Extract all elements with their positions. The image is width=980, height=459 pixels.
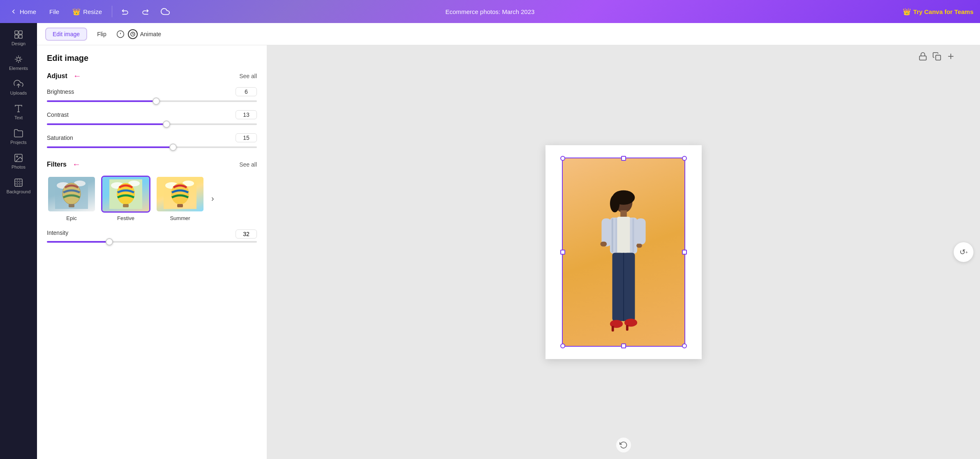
epic-balloon-icon	[55, 179, 88, 209]
back-button[interactable]: Home	[7, 6, 39, 17]
svg-rect-59	[612, 253, 623, 321]
canvas-page	[545, 145, 702, 359]
filter-thumb-inner-festive	[102, 177, 149, 211]
home-label: Home	[20, 8, 36, 15]
crown-icon: 👑	[903, 8, 911, 16]
filter-label-epic: Epic	[66, 215, 76, 221]
main-layout: Design Elements Uploads	[0, 23, 980, 459]
topbar-left: Home File 👑 Resize	[7, 5, 172, 18]
intensity-label: Intensity	[47, 230, 68, 239]
sidebar-item-design[interactable]: Design	[3, 26, 34, 49]
topbar-right: 👑 Try Canva for Teams	[903, 8, 973, 16]
animate-button[interactable]: Animate	[128, 29, 161, 39]
svg-rect-47	[616, 218, 617, 253]
elements-icon	[14, 54, 23, 64]
sidebar-item-projects[interactable]: Projects	[3, 125, 34, 148]
intensity-row: Intensity	[47, 230, 257, 243]
adjust-section-header: Adjust ← See all	[47, 71, 257, 81]
flip-button[interactable]: Flip	[90, 28, 113, 40]
filter-item-summer[interactable]: Summer	[155, 176, 205, 221]
sidebar-item-photos[interactable]: Photos	[3, 150, 34, 173]
brightness-slider-track	[47, 100, 257, 102]
handle-top-left[interactable]	[560, 156, 565, 161]
redo-button[interactable]	[139, 6, 152, 17]
sidebar-item-text[interactable]: Text	[3, 100, 34, 123]
brightness-thumb[interactable]	[153, 97, 160, 105]
edit-image-button[interactable]: Edit image	[45, 28, 87, 41]
filter-item-festive[interactable]: Festive	[101, 176, 150, 221]
try-canva-button[interactable]: 👑 Try Canva for Teams	[903, 8, 973, 16]
resize-button[interactable]: 👑 Resize	[69, 6, 105, 17]
image-toolbar: Edit image Flip Animate	[37, 23, 980, 45]
brightness-row: Brightness	[47, 87, 257, 104]
svg-rect-55	[600, 242, 607, 247]
handle-bottom-right[interactable]	[682, 343, 687, 348]
sidebar-item-elements[interactable]: Elements	[3, 51, 34, 74]
contrast-input[interactable]	[236, 110, 257, 119]
svg-rect-52	[617, 217, 630, 254]
handle-bottom-center[interactable]	[621, 343, 626, 348]
filters-arrow-icon: ←	[72, 160, 81, 169]
projects-icon	[14, 128, 23, 138]
document-title: Ecommerce photos: March 2023	[446, 8, 535, 15]
content-area: Edit image Flip Animate Edit image	[37, 23, 980, 459]
svg-rect-31	[123, 204, 129, 207]
sidebar-item-background[interactable]: Background	[3, 174, 34, 197]
adjust-see-all-button[interactable]: See all	[239, 73, 257, 79]
brightness-label-row: Brightness	[47, 87, 257, 96]
try-canva-label: Try Canva for Teams	[913, 8, 973, 15]
cloud-save-button[interactable]	[158, 5, 172, 18]
contrast-thumb[interactable]	[163, 121, 170, 128]
magic-edit-button[interactable]: ↺+	[954, 242, 973, 262]
sidebar-label-background: Background	[7, 189, 31, 194]
intensity-input[interactable]	[236, 230, 257, 239]
filters-see-all-button[interactable]: See all	[239, 161, 257, 168]
handle-top-right[interactable]	[682, 156, 687, 161]
contrast-fill	[47, 123, 166, 125]
handle-middle-right[interactable]	[682, 250, 687, 255]
svg-point-9	[16, 156, 18, 157]
sidebar: Design Elements Uploads	[0, 23, 37, 459]
brightness-label: Brightness	[47, 88, 74, 95]
background-icon	[14, 178, 23, 188]
canvas-content: ↺+	[267, 45, 980, 459]
resize-label: Resize	[83, 8, 102, 15]
info-button[interactable]	[116, 30, 125, 38]
animate-circle-icon	[128, 29, 138, 39]
filters-next-button[interactable]: ›	[210, 192, 216, 205]
handle-middle-left[interactable]	[560, 250, 565, 255]
model-figure	[587, 185, 661, 346]
brightness-fill	[47, 100, 156, 102]
saturation-thumb[interactable]	[169, 144, 177, 151]
svg-rect-51	[632, 218, 634, 253]
saturation-fill	[47, 146, 173, 148]
file-button[interactable]: File	[46, 7, 62, 17]
design-icon	[14, 30, 23, 39]
adjust-section-title: Adjust ←	[47, 71, 81, 81]
sidebar-item-uploads[interactable]: Uploads	[3, 76, 34, 99]
handle-bottom-left[interactable]	[560, 343, 565, 348]
svg-rect-10	[15, 179, 22, 186]
filter-label-summer: Summer	[170, 215, 190, 221]
photos-icon	[14, 153, 23, 163]
intensity-label-row: Intensity	[47, 230, 257, 239]
sidebar-label-projects: Projects	[10, 140, 27, 145]
filter-thumb-epic	[47, 176, 96, 213]
undo-button[interactable]	[119, 6, 132, 17]
rotate-button[interactable]	[616, 438, 631, 452]
svg-rect-60	[624, 253, 635, 321]
saturation-input[interactable]	[236, 133, 257, 142]
svg-rect-2	[15, 35, 18, 38]
file-label: File	[49, 8, 59, 15]
brightness-input[interactable]	[236, 87, 257, 96]
intensity-slider-thumb[interactable]	[106, 238, 113, 246]
svg-rect-63	[612, 326, 614, 332]
topbar-divider	[112, 6, 112, 17]
canvas-area: ↺+	[267, 45, 980, 459]
handle-top-center[interactable]	[621, 156, 626, 161]
canvas-image	[563, 158, 684, 346]
image-container[interactable]	[562, 158, 685, 347]
filter-item-epic[interactable]: Epic	[47, 176, 96, 221]
filter-thumb-summer	[155, 176, 205, 213]
contrast-label-row: Contrast	[47, 110, 257, 119]
